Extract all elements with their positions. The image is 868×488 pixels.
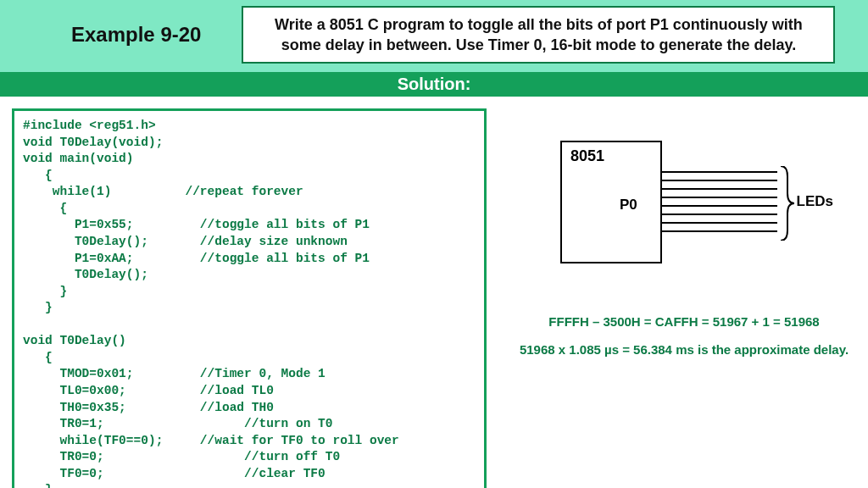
solution-bar: Solution: — [0, 69, 868, 97]
code-listing: #include <reg51.h> void T0Delay(void); v… — [12, 108, 487, 488]
right-column: 8051 P0 LEDs FFFFH – 3500H = CAFFH = 519… — [512, 108, 856, 488]
calc-line-2: 51968 x 1.085 µs = 56.384 ms is the appr… — [520, 336, 849, 363]
wire — [662, 180, 777, 181]
wire-group — [662, 171, 777, 239]
wire — [662, 197, 777, 198]
wire — [662, 205, 777, 207]
wire — [662, 171, 777, 173]
wire — [662, 214, 777, 215]
problem-statement: Write a 8051 C program to toggle all the… — [242, 6, 835, 64]
calculation-text: FFFFH – 3500H = CAFFH = 51967 + 1 = 5196… — [520, 308, 849, 363]
circuit-diagram: 8051 P0 LEDs — [531, 132, 837, 272]
port-label: P0 — [620, 197, 637, 214]
example-number: Example 9-20 — [71, 23, 201, 47]
wire — [662, 222, 777, 224]
header-band: Example 9-20 Write a 8051 C program to t… — [0, 0, 868, 69]
chip-label: 8051 — [570, 147, 604, 165]
calc-line-1: FFFFH – 3500H = CAFFH = 51967 + 1 = 5196… — [520, 308, 849, 336]
content-area: #include <reg51.h> void T0Delay(void); v… — [0, 97, 868, 488]
leds-label: LEDs — [797, 193, 833, 210]
wire — [662, 230, 777, 232]
wire — [662, 188, 777, 190]
brace-icon — [779, 166, 796, 241]
